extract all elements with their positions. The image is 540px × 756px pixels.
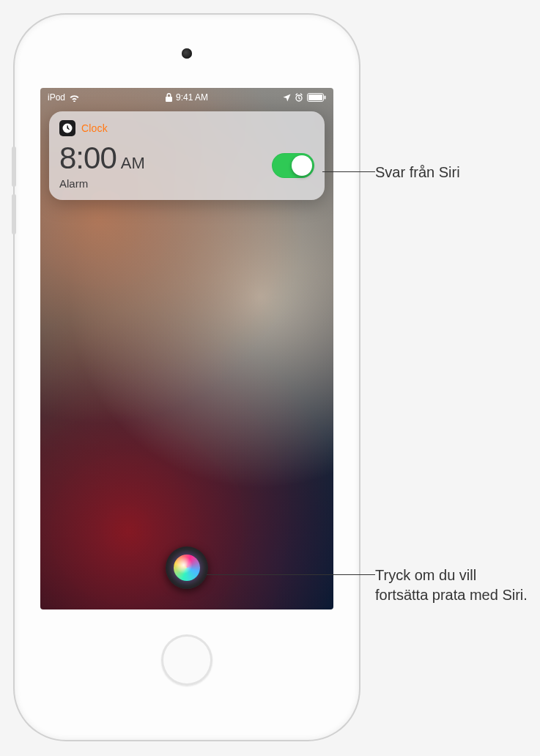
alarm-ampm: AM	[121, 154, 145, 173]
carrier-label: iPod	[48, 92, 65, 103]
volume-down-button[interactable]	[12, 194, 16, 234]
status-bar: iPod 9:41 AM	[40, 88, 333, 107]
battery-icon	[307, 93, 326, 102]
alarm-notification-card[interactable]: Clock 8:00 AM Alarm	[49, 111, 325, 200]
alarm-toggle[interactable]	[272, 153, 314, 178]
siri-button[interactable]	[166, 546, 208, 589]
callout-text: Svar från Siri	[375, 164, 460, 180]
lock-screen: iPod 9:41 AM	[40, 88, 333, 609]
home-button[interactable]	[161, 634, 212, 686]
ipod-touch-frame: iPod 9:41 AM	[15, 15, 359, 740]
lock-icon	[166, 93, 172, 102]
location-icon	[283, 94, 291, 102]
siri-orb-icon	[174, 555, 200, 581]
callout-siri-response: Svar från Siri	[375, 163, 529, 182]
alarm-label: Alarm	[59, 177, 145, 190]
alarm-time: 8:00	[59, 141, 116, 176]
notification-app-name: Clock	[81, 122, 108, 134]
svg-rect-3	[325, 96, 326, 100]
callout-siri-continue: Tryck om du vill fortsätta prata med Sir…	[375, 566, 529, 605]
callout-text: Tryck om du vill fortsätta prata med Sir…	[375, 567, 528, 603]
toggle-knob	[292, 155, 312, 176]
alarm-status-icon	[295, 93, 303, 102]
svg-rect-2	[308, 94, 322, 100]
status-time: 9:41 AM	[176, 92, 208, 103]
volume-up-button[interactable]	[12, 147, 16, 187]
wifi-icon	[69, 94, 80, 102]
clock-app-icon	[59, 120, 75, 136]
front-camera	[182, 48, 192, 59]
